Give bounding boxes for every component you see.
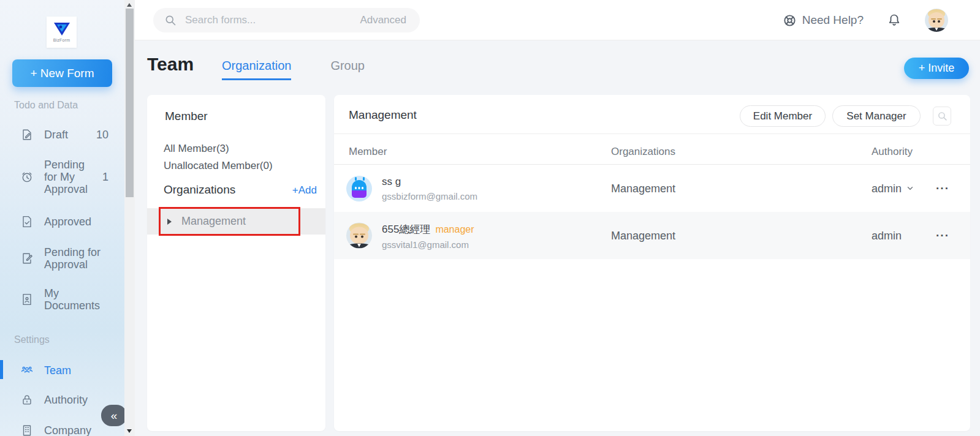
search-bar[interactable]: Advanced [153,8,420,32]
member-avatar [346,223,372,249]
invite-button[interactable]: + Invite [904,58,969,79]
sidebar-section-todo-and-data: Todo and Data [14,100,78,111]
member-email: gssbizform@gmail.com [382,191,477,201]
filter-all-member[interactable]: All Member(3) [164,143,229,155]
scrollbar-up-arrow[interactable] [127,3,132,7]
sidebar-item-pending-for-approval[interactable]: Pending for Approval [0,245,124,272]
double-chevron-left-icon: « [111,409,118,423]
row-menu-button[interactable]: ··· [936,229,949,242]
member-name: 655總經理 [382,223,430,235]
page-title: Team [147,54,194,75]
topbar: Advanced Need Help? [135,0,980,40]
draft-icon [20,128,34,141]
need-help-button[interactable]: Need Help? [783,13,864,28]
draft-count: 10 [96,129,108,141]
notifications-bell-icon[interactable] [887,13,902,28]
scrollbar-down-arrow[interactable] [127,429,132,433]
org-tree-item-management[interactable]: Management [147,208,325,235]
need-help-label: Need Help? [802,13,864,27]
document-person-icon [20,293,34,306]
scrollbar-thumb[interactable] [126,9,134,197]
sidebar-collapse-button[interactable]: « [101,405,127,426]
member-cell: ss g gssbizform@gmail.com [346,176,477,201]
team-tabs: Organization Group [222,59,365,80]
alarm-clock-icon [20,170,34,184]
document-check-icon [20,215,34,228]
life-buoy-icon [783,13,797,28]
organization-cell: Management [611,229,675,242]
vertical-scrollbar[interactable] [124,0,135,436]
member-name: ss g [382,176,401,187]
search-input[interactable] [185,14,360,26]
bizform-logo-icon [53,22,70,36]
column-header-member: Member [349,146,387,158]
tab-group[interactable]: Group [330,59,365,80]
search-icon [164,14,177,26]
sidebar: BizForm + New Form Todo and Data Draft 1… [0,0,124,436]
member-role-tag: manager [435,224,474,234]
set-manager-button[interactable]: Set Manager [832,105,921,127]
sidebar-section-settings: Settings [14,334,50,345]
document-pen-icon [20,252,34,265]
member-email: gssvital1@gmail.com [382,239,474,249]
sidebar-item-approved[interactable]: Approved [0,212,124,231]
pending-my-approval-count: 1 [102,171,108,184]
chevron-down-icon [906,184,914,193]
row-menu-button[interactable]: ··· [936,182,949,195]
table-row[interactable]: ss g gssbizform@gmail.com Management adm… [334,165,970,212]
advanced-search-link[interactable]: Advanced [360,14,406,26]
app-logo-text: BizForm [53,38,70,42]
search-icon [937,111,948,121]
member-avatar [346,176,372,201]
user-avatar[interactable] [925,9,948,32]
authority-dropdown[interactable]: admin [872,182,914,195]
organizations-title: Organizations [164,183,235,197]
add-organization-link[interactable]: +Add [292,184,317,197]
lock-icon [20,393,34,407]
avatar-face [929,12,945,28]
management-panel-title: Management [349,108,417,122]
column-header-authority: Authority [872,146,913,158]
member-panel-title: Member [165,110,208,123]
sidebar-item-draft[interactable]: Draft 10 [0,126,124,144]
authority-value: admin [872,229,902,242]
table-search-button[interactable] [933,107,951,126]
table-row[interactable]: 655總經理manager gssvital1@gmail.com Manage… [334,212,970,259]
app-logo[interactable]: BizForm [47,17,77,48]
filter-unallocated-member[interactable]: Unallocated Member(0) [164,160,273,172]
column-header-organizations: Organizations [611,146,675,158]
member-panel: Member All Member(3) Unallocated Member(… [147,95,325,431]
management-panel: Management Edit Member Set Manager Membe… [334,95,970,431]
people-group-icon [20,364,34,377]
table-header-row: Member Organizations Authority [334,143,970,165]
tree-expand-icon[interactable] [167,219,172,225]
sidebar-item-my-documents[interactable]: My Documents [0,286,124,313]
sidebar-item-team[interactable]: Team [0,360,124,381]
building-icon [20,424,34,436]
management-panel-header: Management Edit Member Set Manager [334,95,970,134]
member-cell: 655總經理manager gssvital1@gmail.com [346,222,474,249]
new-form-button[interactable]: + New Form [12,59,112,87]
sidebar-item-pending-for-my-approval[interactable]: Pending for My Approval 1 [0,158,124,196]
tab-organization[interactable]: Organization [222,59,291,80]
organization-cell: Management [611,182,675,195]
edit-member-button[interactable]: Edit Member [740,105,826,127]
